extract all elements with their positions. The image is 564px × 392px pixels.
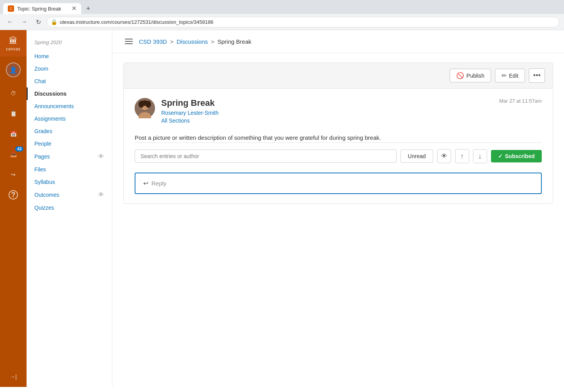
sidebar-item-pages[interactable]: Pages 👁 [27, 150, 112, 163]
sidebar-item-commons[interactable]: ↪ [0, 164, 27, 185]
address-wrap: 🔒 [47, 17, 559, 27]
sidebar-item-assignments[interactable]: Assignments [27, 112, 112, 125]
avatar: 👤 [6, 62, 21, 77]
more-options-button[interactable]: ••• [529, 68, 545, 83]
canvas-logo[interactable]: 🏛 canvas [0, 30, 27, 57]
sidebar-item-chat[interactable]: Chat [27, 75, 112, 87]
reply-box[interactable]: ↩ Reply [135, 173, 542, 194]
refresh-button[interactable]: ↻ [33, 16, 44, 27]
forward-button[interactable]: → [19, 16, 30, 27]
calendar-icon: 📅 [10, 131, 17, 137]
topic-date: Mar 27 at 11:57am [499, 98, 542, 104]
download-icon: ↓ [478, 152, 482, 160]
sidebar-item-announcements[interactable]: Announcements [27, 100, 112, 112]
filter-bar: Unread 👁 ↑ ↓ ✓ Subscribed [135, 143, 542, 163]
topic-author-avatar [135, 98, 155, 118]
app-layout: 🏛 canvas 👤 ⏱ 📋 📅 📥 43 ↪ ? →| Sprin [0, 30, 564, 387]
edit-icon: ✏ [502, 72, 507, 79]
publish-button[interactable]: 🚫 Publish [450, 69, 491, 82]
sidebar-item-inbox[interactable]: 📥 43 [0, 144, 27, 164]
sidebar-item-people[interactable]: People [27, 137, 112, 150]
course-sidebar: Spring 2020 Home Zoom Chat Discussions A… [27, 30, 112, 387]
sidebar-item-quizzes[interactable]: Quizzes [27, 201, 112, 214]
address-bar: ← → ↻ 🔒 [0, 14, 564, 30]
edit-label: Edit [509, 73, 518, 79]
outcomes-eye-icon: 👁 [98, 191, 104, 198]
breadcrumb-sep-2: > [211, 38, 215, 45]
subscribed-button[interactable]: ✓ Subscribed [491, 150, 542, 162]
zoom-label: Zoom [34, 66, 48, 72]
files-label: Files [34, 166, 46, 173]
main-content: CSD 393D > Discussions > Spring Break 🚫 … [112, 30, 564, 387]
sidebar-item-syllabus[interactable]: Syllabus [27, 176, 112, 188]
search-input[interactable] [135, 150, 397, 163]
announcements-label: Announcements [34, 103, 74, 109]
sort-descending-button[interactable]: ↓ [473, 149, 487, 163]
svg-point-8 [146, 101, 151, 108]
topic-author[interactable]: Rosemary Lester-Smith [161, 110, 219, 116]
tab-favicon: C [8, 5, 14, 12]
hamburger-button[interactable] [123, 37, 134, 46]
sidebar-item-outcomes[interactable]: Outcomes 👁 [27, 188, 112, 201]
breadcrumb-current: Spring Break [217, 38, 251, 45]
sidebar-item-zoom[interactable]: Zoom [27, 62, 112, 75]
assignments-label: Assignments [34, 116, 66, 122]
sidebar-item-discussions[interactable]: Discussions [27, 87, 112, 100]
sidebar-item-files[interactable]: Files [27, 163, 112, 176]
user-avatar-nav[interactable]: 👤 [0, 57, 27, 83]
check-icon: ✓ [498, 153, 503, 159]
inbox-badge: 43 [15, 146, 23, 151]
eye-icon: 👁 [441, 153, 447, 160]
help-icon: ? [9, 190, 18, 200]
topic-card: 🚫 Publish ✏ Edit ••• [123, 62, 553, 204]
edit-button[interactable]: ✏ Edit [495, 69, 525, 82]
breadcrumb-course-link[interactable]: CSD 393D [139, 38, 167, 45]
quizzes-label: Quizzes [34, 205, 54, 211]
sort-ascending-button[interactable]: ↑ [455, 149, 469, 163]
hamburger-line-3 [125, 43, 133, 44]
tab-close-button[interactable]: ✕ [71, 5, 77, 12]
tab-bar: C Topic: Spring Break ✕ + [0, 0, 564, 14]
collapse-icon: →| [10, 374, 17, 380]
back-button[interactable]: ← [5, 16, 16, 27]
page-header: CSD 393D > Discussions > Spring Break [112, 30, 564, 53]
reply-icon: ↩ [143, 180, 148, 187]
breadcrumb: CSD 393D > Discussions > Spring Break [139, 38, 251, 45]
syllabus-label: Syllabus [34, 179, 55, 185]
unread-filter-button[interactable]: Unread [400, 150, 433, 163]
discussions-label: Discussions [34, 91, 66, 97]
tab-title: Topic: Spring Break [17, 6, 68, 12]
active-tab[interactable]: C Topic: Spring Break ✕ [3, 3, 81, 14]
upload-icon: ↑ [460, 152, 464, 160]
sidebar-item-courses[interactable]: 📋 [0, 103, 27, 124]
hamburger-line-2 [125, 41, 133, 42]
topic-description: Post a picture or written description of… [135, 133, 542, 143]
reply-placeholder: Reply [151, 180, 166, 187]
new-tab-button[interactable]: + [83, 3, 94, 14]
sidebar-item-grades[interactable]: Grades [27, 125, 112, 137]
course-term: Spring 2020 [27, 38, 112, 50]
lock-icon: 🔒 [51, 19, 57, 25]
people-label: People [34, 141, 52, 147]
sidebar-item-help[interactable]: ? [0, 185, 27, 205]
hamburger-line-1 [125, 39, 133, 39]
canvas-logo-text: canvas [6, 47, 21, 51]
outcomes-label: Outcomes [34, 192, 59, 198]
dashboard-icon: ⏱ [11, 90, 16, 96]
canvas-logo-icon: 🏛 [9, 36, 18, 46]
sidebar-item-calendar[interactable]: 📅 [0, 124, 27, 144]
courses-icon: 📋 [10, 110, 17, 117]
topic-sections[interactable]: All Sections [161, 118, 219, 124]
home-label: Home [34, 53, 49, 59]
subscribed-label: Subscribed [505, 153, 535, 159]
eye-toggle-button[interactable]: 👁 [437, 149, 451, 163]
topic-toolbar: 🚫 Publish ✏ Edit ••• [124, 63, 553, 89]
breadcrumb-discussions-link[interactable]: Discussions [176, 38, 208, 45]
sidebar-item-dashboard[interactable]: ⏱ [0, 83, 27, 103]
author-avatar-svg [135, 98, 155, 118]
topic-title: Spring Break [161, 98, 219, 108]
sidebar-item-collapse[interactable]: →| [0, 367, 27, 387]
sidebar-item-home[interactable]: Home [27, 50, 112, 62]
url-input[interactable] [47, 17, 559, 27]
discussion-container: 🚫 Publish ✏ Edit ••• [112, 53, 564, 213]
